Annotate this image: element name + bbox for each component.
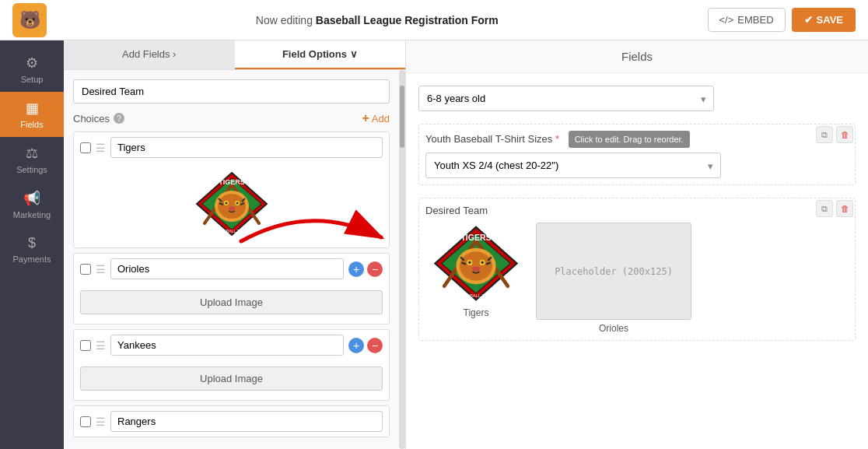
sidebar-item-fields[interactable]: ▦ Fields: [0, 92, 64, 137]
tigers-image-area: TIGERS BASEBALL TEAM: [74, 163, 389, 247]
svg-point-30: [481, 261, 484, 265]
scroll-thumb[interactable]: [400, 86, 404, 148]
choices-add-button[interactable]: + Add: [362, 111, 390, 125]
desired-team-grid: TIGERS BASEBALL TEAM Tigers Placeholder …: [425, 223, 849, 334]
drag-handle-tigers[interactable]: ☰: [96, 142, 106, 154]
choice-input-rangers[interactable]: [110, 411, 383, 432]
choice-item-orioles: ☰ + − Upload Image: [73, 253, 390, 324]
copy-desired-team-btn[interactable]: ⧉: [816, 200, 833, 217]
preview-area: Fields 6-8 years old ⧉ 🗑 Youth Baseball …: [406, 40, 868, 449]
svg-point-14: [229, 207, 235, 211]
sidebar-item-label: Payments: [13, 254, 51, 264]
panel-area: Add Fields › Field Options ∨ Choices ?: [64, 40, 406, 449]
desired-team-field-actions: ⧉ 🗑: [816, 200, 853, 217]
svg-point-29: [468, 261, 471, 265]
tshirt-dropdown[interactable]: Youth XS 2/4 (chest 20-22"): [425, 153, 721, 178]
drag-handle-rangers[interactable]: ☰: [96, 416, 106, 428]
top-header: 🐻 Now editing Baseball League Registrati…: [0, 0, 868, 40]
tshirt-sizes-field: ⧉ 🗑 Youth Baseball T-Shirt Sizes * Click…: [418, 124, 856, 185]
sidebar: ⚙ Setup ▦ Fields ⚖ Settings 📢 Marketing …: [0, 40, 64, 449]
tigers-preview-logo: TIGERS BASEBALL TEAM: [425, 223, 527, 304]
upload-image-btn-yankees[interactable]: Upload Image: [80, 367, 383, 391]
age-group-dropdown[interactable]: 6-8 years old: [418, 86, 714, 111]
upload-image-btn-orioles[interactable]: Upload Image: [80, 290, 383, 314]
team-orioles-label: Orioles: [599, 323, 628, 334]
save-button[interactable]: ✔ SAVE: [792, 8, 856, 32]
main-layout: ⚙ Setup ▦ Fields ⚖ Settings 📢 Marketing …: [0, 40, 868, 449]
orioles-placeholder: Placeholder (200x125): [536, 223, 691, 320]
svg-text:TIGERS: TIGERS: [219, 178, 245, 186]
choice-actions-orioles: + −: [348, 261, 383, 277]
svg-point-12: [225, 202, 227, 205]
choice-row-rangers: ☰: [74, 406, 389, 437]
sidebar-item-settings[interactable]: ⚖ Settings: [0, 137, 64, 182]
gear-icon: ⚙: [26, 54, 38, 72]
orioles-upload-area: Upload Image: [74, 284, 389, 324]
team-tigers-label: Tigers: [464, 307, 489, 318]
choice-add-btn-orioles[interactable]: +: [348, 261, 364, 277]
tab-add-fields[interactable]: Add Fields ›: [64, 40, 235, 69]
yankees-upload-area: Upload Image: [74, 360, 389, 400]
svg-point-22: [460, 251, 492, 280]
sidebar-item-label: Marketing: [13, 210, 51, 219]
choice-checkbox-orioles[interactable]: [80, 264, 91, 275]
choice-checkbox-yankees[interactable]: [80, 340, 91, 351]
required-star: *: [555, 133, 559, 145]
page-title: Now editing Baseball League Registration…: [47, 14, 708, 26]
svg-text:BASEBALL TEAM: BASEBALL TEAM: [457, 293, 494, 298]
delete-field-btn[interactable]: 🗑: [836, 126, 853, 143]
sidebar-item-payments[interactable]: $ Payments: [0, 227, 64, 272]
tshirt-label: Youth Baseball T-Shirt Sizes * Click to …: [425, 131, 849, 148]
check-icon: ✔: [804, 14, 813, 26]
app-logo: 🐻: [12, 3, 47, 37]
choice-input-orioles[interactable]: [110, 258, 344, 279]
tshirt-dropdown-wrapper: Youth XS 2/4 (chest 20-22"): [425, 153, 721, 178]
choice-row-tigers: ☰: [74, 132, 389, 163]
header-actions: </> EMBED ✔ SAVE: [708, 8, 856, 32]
age-group-field: 6-8 years old: [418, 86, 856, 111]
choice-input-yankees[interactable]: [110, 335, 344, 356]
svg-text:TIGERS: TIGERS: [460, 233, 491, 242]
tigers-logo-svg: TIGERS BASEBALL TEAM: [189, 169, 275, 239]
choice-actions-yankees: + −: [348, 338, 383, 353]
choice-input-tigers[interactable]: [110, 137, 383, 158]
embed-button[interactable]: </> EMBED: [708, 8, 786, 32]
desired-team-field: ⧉ 🗑 Desired Team: [418, 198, 856, 341]
choice-item-tigers: ☰: [73, 132, 390, 248]
sidebar-item-setup[interactable]: ⚙ Setup: [0, 47, 64, 92]
choice-remove-btn-yankees[interactable]: −: [367, 338, 383, 353]
svg-point-13: [236, 202, 238, 205]
fields-section-header: Fields: [406, 40, 868, 73]
desired-team-label: Desired Team: [425, 205, 849, 216]
choice-remove-btn-orioles[interactable]: −: [367, 261, 383, 277]
team-choice-orioles[interactable]: Placeholder (200x125) Orioles: [536, 223, 691, 334]
code-icon: </>: [719, 14, 734, 26]
choice-checkbox-rangers[interactable]: [80, 416, 91, 427]
panel-tabs: Add Fields › Field Options ∨: [64, 40, 405, 70]
delete-desired-team-btn[interactable]: 🗑: [836, 200, 853, 217]
choice-row-orioles: ☰ + −: [74, 254, 389, 284]
choices-header: Choices ? + Add: [73, 111, 390, 125]
copy-field-btn[interactable]: ⧉: [816, 126, 833, 143]
team-choice-tigers[interactable]: TIGERS BASEBALL TEAM Tigers: [425, 223, 527, 334]
svg-point-5: [218, 194, 246, 219]
sidebar-item-marketing[interactable]: 📢 Marketing: [0, 182, 64, 227]
panel-scrollbar[interactable]: [399, 70, 405, 449]
choices-info-icon[interactable]: ?: [114, 113, 124, 124]
drag-handle-orioles[interactable]: ☰: [96, 263, 106, 275]
drag-handle-yankees[interactable]: ☰: [96, 339, 106, 352]
sidebar-item-label: Setup: [21, 75, 44, 84]
click-to-edit-tooltip: Click to edit. Drag to reorder.: [569, 131, 690, 148]
svg-text:BASEBALL TEAM: BASEBALL TEAM: [215, 229, 247, 233]
tab-field-options[interactable]: Field Options ∨: [235, 40, 406, 69]
field-label-input[interactable]: [73, 79, 390, 103]
megaphone-icon: 📢: [23, 190, 40, 207]
fields-icon: ▦: [26, 100, 39, 117]
choice-checkbox-tigers[interactable]: [80, 142, 91, 153]
svg-point-31: [472, 267, 479, 272]
tshirt-field-actions: ⧉ 🗑: [816, 126, 853, 143]
choice-row-yankees: ☰ + −: [74, 330, 389, 360]
choice-add-btn-yankees[interactable]: +: [348, 338, 364, 353]
choice-item-yankees: ☰ + − Upload Image: [73, 329, 390, 401]
panel-content: Choices ? + Add ☰: [64, 70, 399, 449]
